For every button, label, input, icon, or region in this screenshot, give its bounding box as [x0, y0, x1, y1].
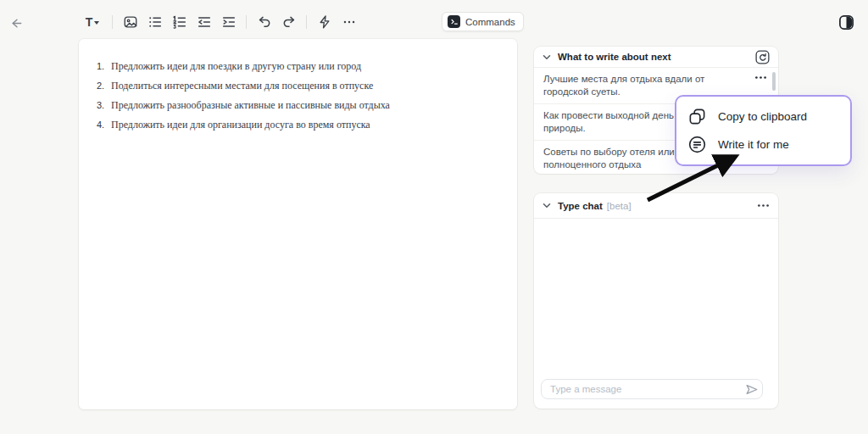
more-icon: [754, 75, 767, 80]
chevron-down-icon: [94, 21, 99, 25]
list-item-number: 4.: [97, 119, 111, 131]
regenerate-icon: [755, 50, 770, 64]
menu-item-label: Write it for me: [718, 138, 789, 151]
type-chat-header: Type chat [beta]: [534, 193, 778, 219]
bullet-list-button[interactable]: [144, 12, 165, 32]
outdent-icon: [197, 14, 212, 30]
bullet-list-icon: [147, 14, 163, 30]
send-button[interactable]: [742, 380, 762, 398]
more-icon: [342, 14, 357, 30]
terminal-icon: [448, 15, 460, 28]
indent-icon: [221, 14, 236, 30]
list-item: 4. Предложить идеи для организации досуг…: [97, 119, 492, 131]
list-item-text: Предложить разнообразные активные и пасс…: [111, 99, 390, 112]
text-style-dropdown[interactable]: T: [80, 12, 105, 32]
document-ordered-list: 1. Предложить идеи для поездки в другую …: [79, 39, 517, 131]
write-icon: [687, 135, 707, 154]
copy-to-clipboard-item[interactable]: Copy to clipboard: [676, 103, 850, 131]
theme-toggle-button[interactable]: [837, 14, 854, 31]
suggestion-context-menu: Copy to clipboard Write it for me: [675, 95, 852, 166]
text-style-label: T: [86, 15, 93, 29]
numbered-list-icon: [172, 14, 187, 30]
regenerate-button[interactable]: [755, 50, 770, 64]
list-item: 3. Предложить разнообразные активные и п…: [97, 99, 492, 112]
redo-button[interactable]: [278, 12, 299, 32]
outdent-button[interactable]: [193, 12, 214, 32]
menu-item-label: Copy to clipboard: [718, 110, 807, 123]
list-item: 1. Предложить идеи для поездки в другую …: [97, 60, 492, 73]
panel-title: What to write about next: [558, 52, 671, 62]
type-chat-panel: Type chat [beta]: [534, 193, 778, 409]
chat-message-input[interactable]: [542, 384, 742, 394]
ai-spark-button[interactable]: [314, 12, 335, 32]
indent-button[interactable]: [218, 12, 239, 32]
toolbar-divider: [112, 15, 113, 29]
commands-button[interactable]: Commands: [442, 12, 524, 31]
list-item-number: 3.: [97, 99, 111, 112]
spark-icon: [317, 14, 332, 30]
chat-input-container: [541, 379, 763, 399]
chat-more-button[interactable]: [757, 203, 770, 208]
what-to-write-header: What to write about next: [534, 47, 778, 68]
toolbar-divider: [246, 15, 247, 29]
list-item-text: Поделиться интересными местами для посещ…: [111, 80, 373, 92]
beta-badge: [beta]: [607, 201, 632, 211]
chevron-down-icon[interactable]: [542, 203, 551, 209]
toolbar-divider: [306, 15, 307, 29]
list-item-number: 1.: [97, 60, 111, 73]
editor-toolbar: T: [80, 11, 359, 33]
contrast-icon: [838, 14, 854, 31]
toolbar-more-button[interactable]: [338, 12, 359, 32]
numbered-list-button[interactable]: [169, 12, 190, 32]
undo-icon: [257, 14, 272, 30]
redo-icon: [281, 14, 297, 30]
list-item-number: 2.: [97, 80, 111, 92]
undo-button[interactable]: [253, 12, 275, 32]
suggestion-more-button[interactable]: [754, 75, 767, 80]
back-button[interactable]: [8, 14, 25, 31]
list-item-text: Предложить идеи для организации досуга в…: [111, 119, 370, 131]
arrow-left-icon: [9, 16, 24, 31]
commands-label: Commands: [465, 17, 515, 27]
image-icon: [123, 14, 138, 30]
write-it-for-me-item[interactable]: Write it for me: [676, 131, 850, 159]
more-icon: [757, 203, 770, 208]
list-item: 2. Поделиться интересными местами для по…: [97, 80, 492, 92]
list-item-text: Предложить идеи для поездки в другую стр…: [111, 60, 361, 73]
panel-scrollbar[interactable]: [772, 72, 776, 91]
panel-title: Type chat: [558, 201, 603, 211]
chevron-down-icon[interactable]: [542, 54, 551, 60]
send-icon: [745, 383, 759, 396]
copy-icon: [687, 107, 707, 126]
document-editor[interactable]: 1. Предложить идеи для поездки в другую …: [79, 39, 517, 409]
insert-image-button[interactable]: [120, 12, 141, 32]
